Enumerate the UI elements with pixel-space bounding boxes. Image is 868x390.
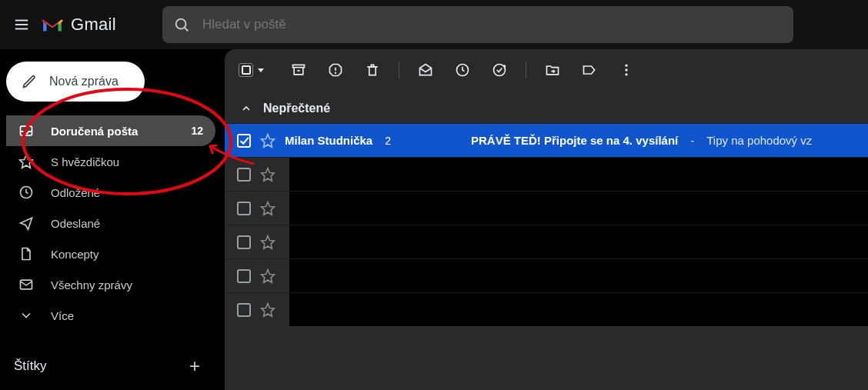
svg-marker-20: [262, 134, 275, 147]
redacted-area: [289, 192, 868, 225]
redacted-area: [289, 259, 868, 292]
sidebar: Nová zpráva Doručená pošta 12 S hvězdičk…: [0, 49, 215, 390]
svg-line-4: [185, 28, 188, 31]
labels-header: Štítky +: [6, 352, 215, 380]
labels-button[interactable]: [577, 58, 602, 82]
row-star[interactable]: [260, 235, 275, 250]
report-spam-button[interactable]: [323, 58, 348, 82]
email-row[interactable]: [225, 225, 868, 258]
section-title: Nepřečtené: [263, 102, 330, 115]
svg-point-17: [625, 65, 627, 67]
row-checkbox[interactable]: [237, 303, 251, 317]
email-row-selected[interactable]: Milan Studnička 2 PRÁVĚ TEĎ! Připojte se…: [225, 123, 868, 157]
snooze-button[interactable]: [450, 58, 475, 82]
sidebar-item-label: Odeslané: [51, 217, 100, 230]
send-icon: [18, 215, 34, 231]
trash-icon: [365, 62, 380, 78]
svg-marker-24: [262, 269, 275, 282]
row-checkbox[interactable]: [237, 269, 251, 283]
report-icon: [328, 62, 343, 78]
svg-marker-25: [262, 303, 275, 316]
svg-marker-21: [262, 168, 275, 181]
toolbar: [225, 49, 868, 91]
row-star[interactable]: [260, 268, 275, 284]
main-menu-icon[interactable]: [12, 15, 31, 34]
sidebar-item-label: Odložené: [51, 186, 100, 199]
redacted-area: [289, 225, 868, 258]
gmail-logo[interactable]: Gmail: [42, 15, 116, 35]
row-snippet: Tipy na pohodový vz: [706, 134, 812, 147]
toolbar-divider: [526, 62, 526, 78]
sidebar-item-label: Koncepty: [51, 248, 99, 261]
row-checkbox[interactable]: [237, 168, 251, 182]
file-icon: [18, 246, 34, 262]
select-all-dropdown[interactable]: [239, 58, 263, 82]
app-name-label: Gmail: [71, 15, 116, 35]
redacted-area: [289, 293, 868, 326]
more-button[interactable]: [614, 58, 639, 82]
delete-button[interactable]: [360, 58, 385, 82]
more-vert-icon: [619, 62, 634, 78]
sidebar-item-drafts[interactable]: Koncepty: [6, 238, 215, 269]
add-label-button[interactable]: +: [189, 355, 200, 377]
row-star[interactable]: [260, 201, 275, 216]
main-area: Nepřečtené Milan Studnička 2 PRÁVĚ TEĎ! …: [215, 49, 868, 390]
move-to-button[interactable]: [540, 58, 565, 82]
app-header: Gmail: [0, 0, 868, 49]
row-checkbox[interactable]: [237, 235, 251, 249]
archive-button[interactable]: [286, 58, 311, 82]
sidebar-item-snoozed[interactable]: Odložené: [6, 177, 215, 208]
add-task-icon: [492, 62, 507, 78]
redacted-area: [289, 158, 868, 191]
svg-point-19: [625, 73, 627, 75]
row-checkbox[interactable]: [237, 202, 251, 215]
clock-icon: [455, 62, 470, 78]
search-box[interactable]: [162, 6, 793, 43]
search-container: [162, 6, 793, 43]
svg-marker-22: [262, 202, 275, 215]
sidebar-item-more[interactable]: Více: [6, 300, 215, 331]
pencil-icon: [22, 74, 37, 89]
svg-point-18: [625, 68, 627, 71]
toolbar-divider: [399, 62, 399, 78]
email-row[interactable]: [225, 292, 868, 326]
svg-point-12: [336, 72, 336, 73]
search-icon: [173, 16, 190, 33]
row-subject: PRÁVĚ TEĎ! Připojte se na 4. vysílání: [471, 134, 678, 147]
row-checkbox[interactable]: [237, 134, 251, 148]
email-row[interactable]: [225, 191, 868, 225]
row-thread-count: 2: [385, 135, 391, 147]
sidebar-item-sent[interactable]: Odeslané: [6, 208, 215, 238]
row-star[interactable]: [260, 302, 275, 318]
row-star[interactable]: [260, 133, 275, 148]
email-row[interactable]: [225, 157, 868, 191]
section-unread-header[interactable]: Nepřečtené: [225, 91, 868, 123]
svg-marker-23: [262, 235, 275, 248]
mark-unread-button[interactable]: [413, 58, 438, 82]
inbox-icon: [18, 123, 34, 138]
chevron-up-icon: [240, 102, 252, 115]
svg-rect-9: [293, 65, 305, 67]
svg-point-3: [176, 19, 186, 29]
sidebar-item-allmail[interactable]: Všechny zprávy: [6, 269, 215, 300]
folder-move-icon: [545, 62, 560, 78]
archive-icon: [291, 62, 306, 78]
sidebar-item-label: Všechny zprávy: [51, 278, 132, 292]
sidebar-item-label: Více: [51, 309, 74, 322]
svg-marker-6: [20, 155, 33, 168]
sidebar-item-inbox[interactable]: Doručená pošta 12: [6, 115, 215, 146]
row-star[interactable]: [260, 167, 275, 182]
sidebar-item-label: Doručená pošta: [51, 125, 138, 138]
label-icon: [582, 62, 597, 78]
star-icon: [18, 154, 34, 169]
compose-button[interactable]: Nová zpráva: [6, 62, 145, 102]
labels-title: Štítky: [14, 358, 47, 374]
email-row[interactable]: [225, 258, 868, 292]
inbox-count: 12: [191, 125, 203, 137]
row-sender: Milan Studnička: [285, 134, 372, 147]
sidebar-item-starred[interactable]: S hvězdičkou: [6, 146, 215, 177]
chevron-down-icon: [18, 308, 34, 323]
search-input[interactable]: [202, 17, 783, 32]
add-to-tasks-button[interactable]: [487, 58, 512, 82]
sidebar-item-label: S hvězdičkou: [51, 155, 119, 168]
